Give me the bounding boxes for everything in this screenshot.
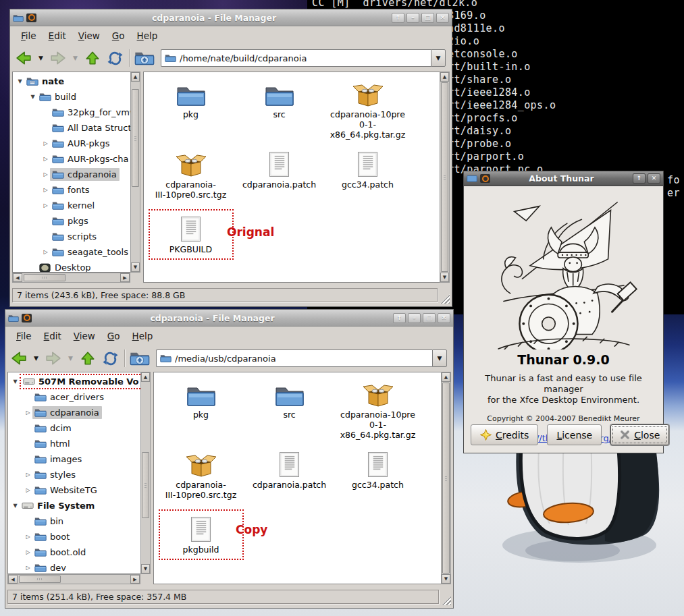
close-button[interactable]: Close: [610, 424, 669, 445]
titlebar[interactable]: cdparanoia - File Manager ↑ – □ ✕: [5, 310, 453, 327]
expander-icon[interactable]: ▷: [24, 565, 32, 571]
license-button[interactable]: License: [547, 424, 602, 445]
tree-item-32pkg-for-vmw[interactable]: 32pkg_for_vmw: [13, 105, 130, 120]
forward-button[interactable]: [48, 48, 68, 68]
reload-button[interactable]: [100, 348, 120, 368]
location-bar[interactable]: [161, 49, 431, 67]
tree-item-all-data-struct[interactable]: All Data Struct: [13, 120, 130, 136]
sidebar-vertical-scrollbar[interactable]: ▲ ▼: [130, 72, 140, 273]
tree-item-desktop[interactable]: Desktop: [13, 260, 130, 273]
up-button[interactable]: [78, 348, 98, 368]
location-dropdown-button[interactable]: ▼: [431, 49, 446, 67]
scrollbar-thumb[interactable]: [441, 82, 448, 272]
tree-item-aur-pkgs-cha[interactable]: ▷AUR-pkgs-cha: [13, 151, 130, 167]
expander-icon[interactable]: ▷: [24, 534, 32, 540]
tree-item-dev[interactable]: ▷dev: [8, 560, 140, 574]
expander-icon[interactable]: ▷: [24, 472, 32, 478]
tree-item-acer-drivers[interactable]: acer_drivers: [8, 389, 140, 405]
file-cdparanoia-iii-10pre0-src-tgz[interactable]: cdparanoia-III-10pre0.src.tgz: [159, 449, 244, 500]
resize-grip[interactable]: [442, 596, 451, 605]
scroll-up-button[interactable]: ▲: [131, 72, 140, 82]
window-menu-badge[interactable]: [480, 174, 490, 183]
tree-item-websitetg[interactable]: ▷WebsiteTG: [8, 482, 140, 498]
close-button[interactable]: ✕: [648, 173, 660, 184]
tree-item-nate[interactable]: ▼nate: [13, 74, 130, 89]
menu-item-file[interactable]: File: [10, 328, 38, 344]
file-grid[interactable]: pkgsrccdparanoia-10pre0-1-x86_64.pkg.tar…: [153, 372, 441, 584]
main-vertical-scrollbar[interactable]: ▲ ▼: [441, 372, 451, 584]
minimize-button[interactable]: –: [408, 313, 421, 323]
menu-item-go[interactable]: Go: [101, 328, 126, 344]
menu-item-help[interactable]: Help: [131, 28, 164, 44]
expander-icon[interactable]: ▷: [24, 487, 32, 493]
forward-history-dropdown[interactable]: ▼: [70, 48, 80, 68]
scroll-up-button[interactable]: ▲: [141, 372, 150, 382]
tree-item-styles[interactable]: ▷styles: [8, 467, 140, 482]
expander-icon[interactable]: ▷: [41, 249, 50, 255]
file-pkg[interactable]: pkg: [159, 379, 244, 440]
path-input[interactable]: [175, 354, 429, 364]
scrollbar-thumb[interactable]: [19, 576, 61, 583]
back-button[interactable]: [14, 48, 34, 68]
menu-item-edit[interactable]: Edit: [43, 28, 72, 44]
shade-button[interactable]: ↑: [633, 173, 646, 184]
tree-item-aur-pkgs[interactable]: ▷AUR-pkgs: [13, 136, 130, 151]
scroll-left-button[interactable]: ◀: [8, 575, 18, 584]
tree-item-images[interactable]: images: [8, 451, 140, 467]
scroll-down-button[interactable]: ▼: [440, 273, 449, 282]
tree-item-boot[interactable]: ▷boot: [8, 529, 140, 544]
tree-item-scripts[interactable]: scripts: [13, 229, 130, 244]
reload-button[interactable]: [105, 48, 125, 68]
file-cdparanoia-10pre0-1-x86-64-pkg-tar-gz[interactable]: cdparanoia-10pre0-1-x86_64.pkg.tar.gz: [325, 79, 411, 140]
file-pkgbuild[interactable]: PKGBUILD: [149, 209, 234, 260]
up-button[interactable]: [82, 48, 103, 68]
expander-icon[interactable]: ▼: [11, 503, 20, 509]
file-grid[interactable]: pkgsrccdparanoia-10pre0-1-x86_64.pkg.tar…: [143, 72, 440, 283]
scrollbar-thumb[interactable]: [132, 89, 139, 187]
file-src[interactable]: src: [247, 379, 332, 440]
back-history-dropdown[interactable]: ▼: [31, 348, 41, 368]
scroll-right-button[interactable]: ▶: [120, 273, 130, 282]
shade-button[interactable]: ↑: [392, 13, 404, 23]
file-pkgbuild[interactable]: pkgbuild: [159, 509, 244, 560]
scroll-up-button[interactable]: ▲: [440, 72, 449, 82]
open-parent-button[interactable]: [134, 48, 155, 68]
forward-history-dropdown[interactable]: ▼: [65, 348, 76, 368]
back-history-dropdown[interactable]: ▼: [36, 48, 46, 68]
maximize-button[interactable]: □: [421, 13, 434, 23]
scrollbar-thumb[interactable]: [442, 383, 450, 573]
back-button[interactable]: [9, 348, 29, 368]
expander-icon[interactable]: ▷: [41, 140, 50, 146]
sidebar-horizontal-scrollbar[interactable]: ◀ ▶: [12, 273, 130, 283]
tree-item-kernel[interactable]: ▷kernel: [13, 198, 130, 213]
scroll-down-button[interactable]: ▼: [131, 262, 140, 272]
window-menu-badge[interactable]: [26, 13, 36, 22]
file-gcc34-patch[interactable]: gcc34.patch: [325, 149, 411, 200]
path-input[interactable]: [180, 53, 427, 63]
scrollbar-thumb[interactable]: [142, 452, 149, 518]
tree-item-file-system[interactable]: ▼File System: [8, 498, 140, 513]
expander-icon[interactable]: ▷: [41, 171, 50, 177]
minimize-button[interactable]: –: [406, 13, 419, 23]
expander-icon[interactable]: ▷: [41, 202, 50, 208]
forward-button[interactable]: [43, 348, 63, 368]
file-src[interactable]: src: [237, 79, 322, 140]
tree-item-html[interactable]: html: [8, 436, 140, 451]
tree-item-dcim[interactable]: dcim: [8, 420, 140, 436]
maximize-button[interactable]: □: [423, 313, 436, 323]
tree-item-cdparanoia[interactable]: ▷cdparanoia: [13, 167, 130, 182]
tree-item-fonts[interactable]: ▷fonts: [13, 182, 130, 198]
credits-button[interactable]: Credits: [471, 424, 538, 445]
resize-grip[interactable]: [440, 294, 450, 304]
menu-item-view[interactable]: View: [68, 328, 101, 344]
sidebar-horizontal-scrollbar[interactable]: ◀ ▶: [7, 574, 140, 584]
sidebar-vertical-scrollbar[interactable]: ▲ ▼: [140, 372, 151, 574]
scroll-right-button[interactable]: ▶: [130, 575, 140, 584]
tree-item-seagate-tools[interactable]: ▷seagate_tools: [13, 244, 130, 260]
expander-icon[interactable]: ▼: [16, 78, 24, 84]
expander-icon[interactable]: ▼: [28, 94, 37, 100]
file-cdparanoia-iii-10pre0-src-tgz[interactable]: cdparanoia-III-10pre0.src.tgz: [149, 149, 234, 200]
scroll-up-button[interactable]: ▲: [442, 372, 450, 382]
titlebar[interactable]: cdparanoia - File Manager ↑ – □ ✕: [10, 9, 452, 26]
file-cdparanoia-10pre0-1-x86-64-pkg-tar-gz[interactable]: cdparanoia-10pre0-1-x86_64.pkg.tar.gz: [336, 379, 421, 440]
